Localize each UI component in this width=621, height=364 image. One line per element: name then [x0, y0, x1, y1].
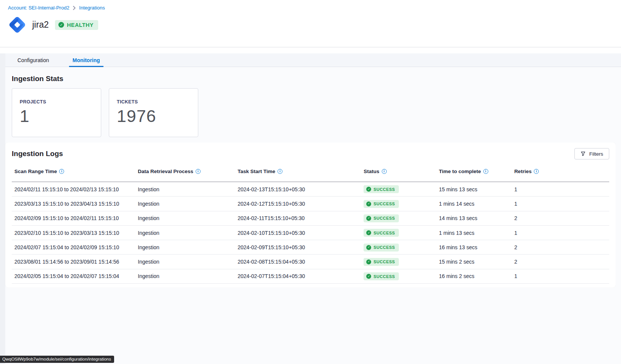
- cell-status: ✓ SUCCESS: [364, 243, 439, 252]
- page-header: Account: SEI-Internal-Prod2 Integrations: [0, 0, 621, 47]
- link-preview-tooltip: QwqOSllWp9ob7w/module/sei/configuration/…: [0, 356, 114, 363]
- cell-time-to-complete: 16 mins 2 secs: [439, 273, 514, 279]
- table-row: 2024/02/05 15:15:04 to 2024/02/07 15:15:…: [12, 269, 609, 284]
- cell-retries: 2: [514, 259, 609, 265]
- ingestion-logs-heading: Ingestion Logs: [12, 150, 63, 158]
- info-icon[interactable]: i: [196, 169, 201, 174]
- tab-monitoring[interactable]: Monitoring: [72, 53, 100, 67]
- cell-status: ✓ SUCCESS: [364, 200, 439, 208]
- cell-scan-range-time: 2023/02/10 15:15:10 to 2023/03/13 15:15:…: [12, 230, 138, 236]
- check-circle-icon: ✓: [366, 187, 371, 192]
- cell-retries: 1: [514, 201, 609, 207]
- status-label: SUCCESS: [373, 274, 395, 279]
- check-circle-icon: ✓: [366, 216, 371, 221]
- breadcrumb: Account: SEI-Internal-Prod2 Integrations: [0, 0, 621, 11]
- column-header: Status i: [364, 168, 439, 175]
- cell-retries: 2: [514, 244, 609, 250]
- column-header-label: Retries: [514, 169, 532, 174]
- status-label: SUCCESS: [373, 245, 395, 250]
- column-header: Task Start Time i: [238, 168, 364, 175]
- chevron-right-icon: [73, 6, 76, 10]
- stat-card: TICKETS 1976: [109, 88, 198, 137]
- cell-retries: 1: [514, 186, 609, 192]
- cell-time-to-complete: 1 mins 14 secs: [439, 201, 514, 207]
- status-badge: ✓ SUCCESS: [364, 229, 399, 237]
- jira-icon: [6, 14, 28, 36]
- cell-scan-range-time: 2024/02/09 15:15:10 to 2024/02/11 15:15:…: [12, 215, 138, 221]
- cell-retries: 1: [514, 230, 609, 236]
- breadcrumb-account-link[interactable]: Account: SEI-Internal-Prod2: [8, 5, 69, 11]
- table-row: 2023/03/13 15:15:10 to 2023/04/13 15:15:…: [12, 197, 609, 211]
- cell-task-start-time: 2024-02-09T15:15:10+05:30: [238, 244, 364, 250]
- column-header-label: Time to complete: [439, 169, 481, 174]
- check-circle-icon: ✓: [366, 274, 371, 279]
- ingestion-logs-panel: Ingestion Logs Filters Scan Range Time i: [5, 142, 616, 287]
- cell-data-retrieval-process: Ingestion: [138, 186, 238, 192]
- cell-time-to-complete: 14 mins 13 secs: [439, 215, 514, 221]
- cell-time-to-complete: 15 mins 13 secs: [439, 186, 514, 192]
- collapsed-nav-strip: [0, 53, 5, 364]
- stat-card-value: 1976: [117, 108, 190, 125]
- health-status-label: HEALTHY: [67, 22, 93, 28]
- tab-bar: Configuration Monitoring: [5, 53, 621, 67]
- info-icon[interactable]: i: [278, 169, 282, 174]
- cell-retries: 1: [514, 273, 609, 279]
- column-header: Time to complete i: [439, 168, 514, 175]
- cell-status: ✓ SUCCESS: [364, 229, 439, 237]
- filters-button[interactable]: Filters: [574, 148, 609, 159]
- table-row: 2024/02/07 15:15:04 to 2024/02/09 15:15:…: [12, 240, 609, 255]
- cell-scan-range-time: 2023/08/01 15:14:56 to 2023/09/01 15:14:…: [12, 259, 138, 265]
- cell-task-start-time: 2024-02-10T15:15:10+05:30: [238, 230, 364, 236]
- cell-scan-range-time: 2024/02/07 15:15:04 to 2024/02/09 15:15:…: [12, 244, 138, 250]
- cell-scan-range-time: 2024/02/05 15:15:04 to 2024/02/07 15:15:…: [12, 273, 138, 279]
- ingestion-logs-table: Scan Range Time i Data Retrieval Process…: [12, 167, 609, 284]
- info-icon[interactable]: i: [483, 169, 488, 174]
- info-icon[interactable]: i: [382, 169, 387, 174]
- cell-status: ✓ SUCCESS: [364, 185, 439, 194]
- cell-status: ✓ SUCCESS: [364, 272, 439, 281]
- cell-scan-range-time: 2023/03/13 15:15:10 to 2023/04/13 15:15:…: [12, 201, 138, 207]
- cell-scan-range-time: 2024/02/11 15:15:10 to 2024/02/13 15:15:…: [12, 186, 138, 192]
- cell-data-retrieval-process: Ingestion: [138, 244, 238, 250]
- cell-status: ✓ SUCCESS: [364, 258, 439, 266]
- cell-time-to-complete: 15 mins 2 secs: [439, 259, 514, 265]
- cell-time-to-complete: 1 mins 13 secs: [439, 230, 514, 236]
- table-row: 2024/02/09 15:15:10 to 2024/02/11 15:15:…: [12, 211, 609, 226]
- column-header-label: Scan Range Time: [14, 169, 57, 174]
- breadcrumb-integrations-link[interactable]: Integrations: [79, 5, 105, 11]
- status-badge: ✓ SUCCESS: [364, 258, 399, 266]
- cell-task-start-time: 2024-02-07T15:15:04+05:30: [238, 273, 364, 279]
- stat-card: PROJECTS 1: [12, 88, 101, 137]
- header-spacer: [0, 47, 621, 53]
- column-header-label: Task Start Time: [238, 169, 275, 174]
- column-header-label: Status: [364, 169, 379, 174]
- filter-funnel-icon: [580, 151, 586, 156]
- status-badge: ✓ SUCCESS: [364, 244, 399, 252]
- check-circle-icon: ✓: [366, 245, 371, 250]
- stat-card-value: 1: [20, 108, 93, 125]
- cell-retries: 2: [514, 215, 609, 221]
- cell-task-start-time: 2024-02-08T15:15:04+05:30: [238, 259, 364, 265]
- table-row: 2024/02/11 15:15:10 to 2024/02/13 15:15:…: [12, 182, 609, 197]
- status-label: SUCCESS: [373, 259, 395, 264]
- main-content: Ingestion Stats PROJECTS 1 TICKETS 1976 …: [5, 75, 616, 287]
- cell-time-to-complete: 16 mins 13 secs: [439, 244, 514, 250]
- info-icon[interactable]: i: [59, 169, 64, 174]
- stat-cards-row: PROJECTS 1 TICKETS 1976: [12, 88, 616, 137]
- check-circle-icon: ✓: [366, 230, 371, 235]
- filters-button-label: Filters: [589, 151, 603, 157]
- stat-card-label: PROJECTS: [20, 99, 93, 105]
- table-header-row: Scan Range Time i Data Retrieval Process…: [12, 167, 609, 182]
- status-label: SUCCESS: [373, 231, 395, 235]
- status-badge: ✓ SUCCESS: [364, 272, 399, 280]
- info-icon[interactable]: i: [534, 169, 539, 174]
- table-row: 2023/02/10 15:15:10 to 2023/03/13 15:15:…: [12, 226, 609, 240]
- cell-data-retrieval-process: Ingestion: [138, 215, 238, 221]
- tab-configuration[interactable]: Configuration: [17, 53, 50, 67]
- check-circle-icon: ✓: [366, 259, 371, 264]
- column-header: Scan Range Time i: [12, 168, 138, 175]
- cell-data-retrieval-process: Ingestion: [138, 201, 238, 207]
- cell-task-start-time: 2024-02-13T15:15:10+05:30: [238, 186, 364, 192]
- check-circle-icon: ✓: [366, 202, 371, 206]
- integration-name-title: jira2: [32, 20, 49, 30]
